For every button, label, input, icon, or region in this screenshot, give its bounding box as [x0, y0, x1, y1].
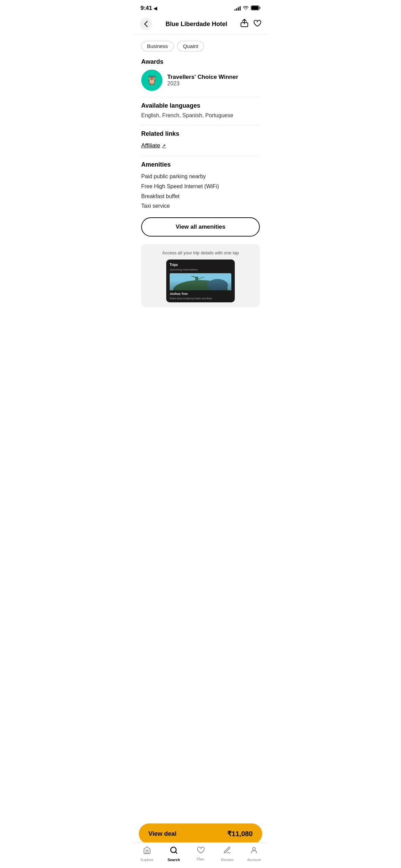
location-arrow-icon: ◀	[154, 6, 157, 11]
external-link-icon: ↗	[162, 143, 166, 148]
promo-destination-label: Joshua Tree	[170, 290, 231, 297]
amenities-section: Amenities Paid public parking nearby Fre…	[141, 161, 260, 211]
signal-bars-icon	[234, 6, 241, 11]
amenity-parking: Paid public parking nearby	[141, 172, 260, 182]
divider-1	[141, 97, 260, 97]
tripadvisor-badge: 🦉	[141, 70, 162, 91]
amenity-wifi: Free High Speed Internet (WiFi)	[141, 182, 260, 192]
affiliate-label: Affiliate	[141, 142, 160, 149]
status-time: 9:41 ◀	[141, 5, 157, 12]
affiliate-link[interactable]: Affiliate ↗	[141, 142, 260, 149]
promo-trips-label: Trips	[170, 263, 231, 267]
top-nav: Blue Liberdade Hotel	[134, 14, 267, 35]
amenity-taxi: Taxi service	[141, 201, 260, 211]
svg-rect-1	[252, 6, 259, 10]
amenities-title: Amenities	[141, 161, 260, 168]
favorite-button[interactable]	[253, 19, 261, 29]
award-year: 2023	[167, 81, 238, 87]
amenity-breakfast: Breakfast buffet	[141, 192, 260, 202]
tag-business[interactable]: Business	[141, 41, 174, 51]
page-title: Blue Liberdade Hotel	[166, 21, 227, 28]
status-bar: 9:41 ◀	[134, 0, 267, 14]
award-title: Travellers' Choice Winner	[167, 74, 238, 81]
time-display: 9:41	[141, 5, 152, 12]
battery-icon	[251, 5, 260, 11]
trip-promo-card: Access all your trip details with one ta…	[141, 244, 260, 307]
tag-quaint[interactable]: Quaint	[177, 41, 204, 51]
promo-image-overlay	[170, 280, 231, 290]
award-row: 🦉 Travellers' Choice Winner 2023	[141, 70, 260, 91]
status-icons	[234, 5, 260, 11]
awards-section: Awards 🦉 Travellers' Choice Winner 2023	[141, 58, 260, 91]
related-links-title: Related links	[141, 130, 260, 137]
wifi-icon	[243, 5, 249, 11]
divider-3	[141, 156, 260, 156]
divider-2	[141, 125, 260, 125]
promo-phone-mockup: Trips Upcoming reservations Joshua Tree …	[166, 260, 235, 302]
nav-actions	[241, 19, 261, 29]
awards-title: Awards	[141, 58, 260, 65]
promo-destination-sub: Entire dome hosted by Kahim and Brian	[170, 297, 231, 302]
main-content: Business Quaint Awards 🦉 Travellers' Cho…	[134, 35, 267, 362]
owl-icon: 🦉	[146, 76, 157, 85]
award-text: Travellers' Choice Winner 2023	[167, 74, 238, 87]
related-links-section: Related links Affiliate ↗	[141, 130, 260, 149]
promo-upcoming-label: Upcoming reservations	[170, 268, 231, 271]
promo-tagline: Access all your trip details with one ta…	[162, 250, 239, 255]
languages-section: Available languages English, French, Spa…	[141, 102, 260, 120]
back-button[interactable]	[140, 18, 152, 30]
languages-title: Available languages	[141, 102, 260, 109]
languages-text: English, French, Spanish, Portuguese	[141, 111, 260, 120]
tags-row: Business Quaint	[141, 35, 260, 56]
bottom-spacer	[141, 307, 260, 362]
view-all-amenities-button[interactable]: View all amenities	[141, 217, 260, 237]
promo-destination-image	[170, 273, 231, 290]
share-button[interactable]	[241, 19, 248, 29]
